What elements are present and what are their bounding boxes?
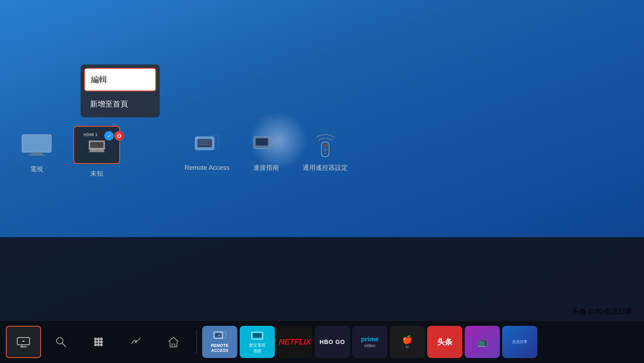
universal-remote-icon: [315, 132, 335, 158]
svg-rect-0: [22, 135, 51, 152]
svg-point-20: [324, 149, 326, 151]
tv-label: 電視: [30, 165, 43, 174]
svg-point-31: [100, 340, 103, 343]
live-tv-app-icon: [251, 331, 264, 341]
svg-point-32: [94, 343, 97, 346]
svg-point-24: [57, 338, 63, 344]
svg-point-28: [100, 338, 103, 340]
universal-remote-icon-wrap: [311, 132, 340, 158]
apps-icon: [92, 335, 105, 349]
svg-marker-5: [89, 150, 105, 152]
remote-access-app-label: REMOTE ACCESS: [205, 343, 235, 353]
context-menu-add-home[interactable]: 新增至首頁: [84, 94, 156, 114]
svg-point-30: [97, 340, 100, 343]
taskbar-app-purple[interactable]: 📺: [465, 326, 500, 358]
svg-rect-19: [323, 144, 328, 147]
remote-access-icon-wrap: →: [189, 132, 224, 159]
tv-icon-wrap: [18, 130, 56, 160]
connect-guide-label: 連接指南: [253, 163, 279, 172]
svg-rect-2: [28, 155, 45, 156]
connect-guide-icon: i: [251, 133, 281, 157]
taskbar-source-button[interactable]: [6, 326, 41, 358]
sources-row: 電視 HDMI 1 ✓ ⏻ 未知: [0, 126, 644, 178]
hbo-label: HBO GO: [319, 339, 345, 345]
tv-icon: [21, 133, 53, 157]
svg-rect-4: [90, 142, 103, 148]
taskbar-app-hbo[interactable]: HBO GO: [315, 326, 350, 358]
context-menu: 編輯 新增至首頁: [81, 64, 160, 117]
svg-point-21: [324, 153, 326, 154]
connect-guide-icon-wrap: i: [248, 132, 284, 158]
svg-rect-39: [221, 332, 226, 338]
svg-point-35: [135, 341, 137, 343]
taskbar-home-button[interactable]: [156, 326, 191, 358]
apple-label: tv: [406, 345, 409, 349]
universal-remote-label: 通用遙控器設定: [303, 163, 348, 172]
source-icon: [16, 335, 31, 349]
svg-point-26: [94, 338, 97, 340]
hdmi1-icon-wrap: HDMI 1 ✓ ⏻: [73, 126, 120, 164]
watermark: 头条 @3G生活日常: [572, 307, 632, 316]
context-menu-edit[interactable]: 編輯: [84, 68, 156, 91]
svg-point-27: [97, 338, 100, 340]
svg-rect-1: [31, 152, 42, 155]
taskbar-separator: [196, 330, 197, 354]
taskbar-ambient-button[interactable]: [118, 326, 154, 358]
hdmi-container: HDMI 1 ✓ ⏻: [85, 135, 108, 155]
taskbar-app-netflix[interactable]: NETFLIX: [277, 326, 312, 358]
svg-point-33: [97, 343, 100, 346]
taskbar-app-toutiao[interactable]: 头条: [427, 326, 462, 358]
taskbar-app-remote-access[interactable]: REMOTE ACCESS: [202, 326, 237, 358]
svg-point-29: [94, 340, 97, 343]
prime-label-icon: prime: [361, 335, 379, 343]
check-badge: ✓: [104, 131, 114, 141]
prime-label-sub: video: [364, 343, 375, 348]
remote-access-label: Remote Access: [185, 164, 229, 172]
svg-line-25: [62, 343, 66, 347]
taskbar-search-button[interactable]: [43, 326, 79, 358]
hdmi-badge-label: HDMI 1: [84, 132, 97, 137]
live-tv-app-label: 實況電視地面: [249, 343, 265, 353]
taskbar-apps-button[interactable]: [81, 326, 116, 358]
taskbar-app-apple-tv[interactable]: 🍎 tv: [390, 326, 425, 358]
svg-rect-38: [215, 333, 221, 337]
netflix-label: NETFLIX: [279, 337, 311, 347]
ambient-icon: [129, 335, 143, 349]
taskbar-app-live-tv[interactable]: 實況電視地面: [240, 326, 275, 358]
source-universal-remote[interactable]: 通用遙控器設定: [303, 132, 348, 172]
source-remote-access[interactable]: → Remote Access: [185, 132, 229, 172]
svg-point-34: [100, 343, 103, 346]
svg-text:→: →: [211, 138, 216, 144]
tlife-label: 生活日常: [512, 339, 527, 345]
home-icon: [167, 335, 180, 349]
taskbar: REMOTE ACCESS 實況電視地面 NETFLIX HBO GO prim…: [0, 321, 644, 363]
remote-access-app-icon: [213, 331, 226, 341]
taskbar-app-prime[interactable]: prime video: [352, 326, 387, 358]
svg-rect-36: [172, 344, 175, 347]
svg-rect-41: [253, 333, 261, 338]
remote-access-icon: →: [192, 134, 222, 157]
svg-rect-14: [256, 138, 268, 145]
toutiao-label: 头条: [437, 337, 452, 347]
apple-icon: 🍎: [402, 335, 413, 345]
search-icon: [54, 335, 68, 349]
source-hdmi1[interactable]: HDMI 1 ✓ ⏻ 未知: [73, 126, 120, 178]
svg-text:i: i: [273, 140, 274, 144]
purple-app-icon: 📺: [477, 337, 488, 347]
power-badge: ⏻: [114, 131, 124, 141]
taskbar-app-tlife[interactable]: 生活日常: [502, 326, 537, 358]
source-connect-guide[interactable]: i 連接指南: [247, 132, 285, 172]
hdmi1-label: 未知: [90, 169, 103, 178]
source-tv[interactable]: 電視: [18, 130, 56, 174]
hdmi-icon: [87, 138, 106, 152]
